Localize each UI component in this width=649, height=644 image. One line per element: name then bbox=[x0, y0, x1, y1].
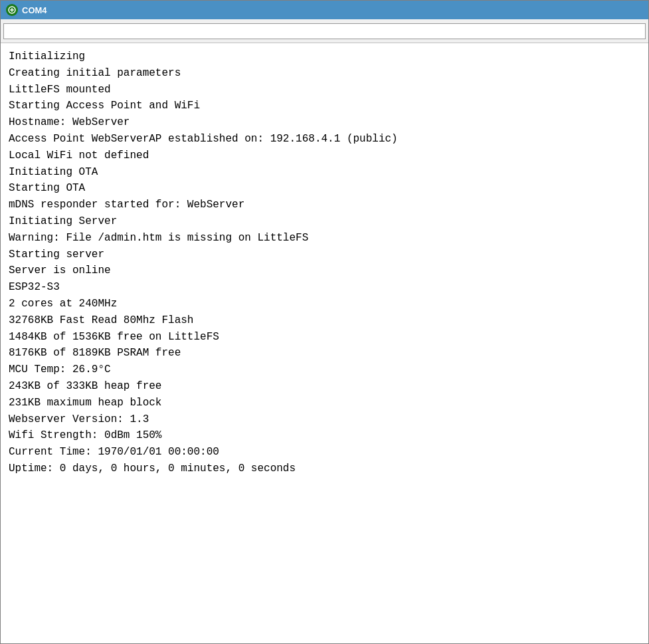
toolbar bbox=[1, 19, 648, 43]
console-line: 243KB of 333KB heap free bbox=[9, 378, 640, 395]
console-line: mDNS responder started for: WebServer bbox=[9, 197, 640, 213]
console-line: Webserver Version: 1.3 bbox=[9, 411, 640, 428]
console-line: Local WiFi not defined bbox=[9, 148, 640, 164]
console-line: Wifi Strength: 0dBm 150% bbox=[9, 427, 640, 444]
console-line: Hostname: WebServer bbox=[9, 114, 640, 131]
console-line: Access Point WebServerAP established on:… bbox=[9, 131, 640, 148]
window-title: COM4 bbox=[22, 5, 47, 15]
console-line: Starting Access Point and WiFi bbox=[9, 98, 640, 114]
console-line: ESP32-S3 bbox=[9, 279, 640, 296]
main-window: COM4 InitializingCreating initial parame… bbox=[0, 0, 649, 644]
console-line: 231KB maximum heap block bbox=[9, 395, 640, 411]
console-line: Current Time: 1970/01/01 00:00:00 bbox=[9, 444, 640, 461]
console-line: Uptime: 0 days, 0 hours, 0 minutes, 0 se… bbox=[9, 461, 640, 477]
console-line: Creating initial parameters bbox=[9, 65, 640, 82]
console-line: MCU Temp: 26.9°C bbox=[9, 362, 640, 378]
console-line: Server is online bbox=[9, 263, 640, 279]
console-line: Initializing bbox=[9, 49, 640, 65]
console-line: 8176KB of 8189KB PSRAM free bbox=[9, 345, 640, 362]
console-line: Initiating Server bbox=[9, 213, 640, 230]
console-line: Starting server bbox=[9, 247, 640, 263]
console-line: 1484KB of 1536KB free on LittleFS bbox=[9, 329, 640, 346]
console-line: Warning: File /admin.htm is missing on L… bbox=[9, 230, 640, 247]
title-bar: COM4 bbox=[1, 1, 648, 19]
console-line: LittleFS mounted bbox=[9, 82, 640, 98]
console-output[interactable]: InitializingCreating initial parametersL… bbox=[1, 43, 648, 643]
console-line: Initiating OTA bbox=[9, 164, 640, 181]
console-line: Starting OTA bbox=[9, 180, 640, 197]
arduino-icon bbox=[6, 4, 18, 16]
console-line: 2 cores at 240MHz bbox=[9, 296, 640, 312]
console-line: 32768KB Fast Read 80Mhz Flash bbox=[9, 312, 640, 329]
serial-input[interactable] bbox=[3, 23, 646, 39]
